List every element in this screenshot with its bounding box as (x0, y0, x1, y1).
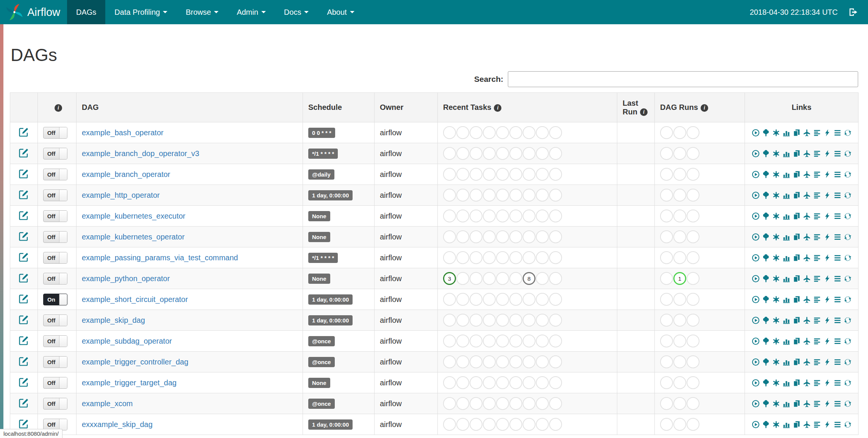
refresh-icon[interactable] (844, 254, 852, 262)
trigger-dag-icon[interactable] (752, 150, 760, 158)
gantt-view-icon[interactable] (813, 337, 821, 345)
gantt-view-icon[interactable] (813, 379, 821, 387)
code-view-icon[interactable] (823, 316, 831, 324)
task-tries-icon[interactable] (793, 171, 801, 178)
dag-link[interactable]: example_python_operator (82, 274, 170, 283)
refresh-icon[interactable] (844, 296, 852, 303)
tasks-duration-icon[interactable] (782, 421, 790, 429)
task-state-circle[interactable]: 8 (523, 272, 535, 285)
logs-icon[interactable] (834, 254, 841, 262)
graph-view-icon[interactable] (772, 379, 780, 387)
landing-times-icon[interactable] (803, 254, 811, 262)
code-view-icon[interactable] (823, 129, 831, 137)
code-view-icon[interactable] (823, 191, 831, 199)
gantt-view-icon[interactable] (813, 212, 821, 220)
dag-run-circle[interactable]: 1 (673, 272, 686, 285)
tree-view-icon[interactable] (762, 421, 770, 429)
edit-dag-icon[interactable] (19, 419, 29, 429)
tasks-duration-icon[interactable] (782, 379, 790, 387)
trigger-dag-icon[interactable] (752, 337, 760, 345)
code-view-icon[interactable] (823, 400, 831, 408)
task-tries-icon[interactable] (793, 191, 801, 199)
graph-view-icon[interactable] (772, 316, 780, 324)
tasks-duration-icon[interactable] (782, 150, 790, 158)
tasks-duration-icon[interactable] (782, 212, 790, 220)
edit-dag-icon[interactable] (19, 127, 29, 137)
dag-link[interactable]: example_skip_dag (82, 316, 145, 324)
logs-icon[interactable] (834, 191, 841, 199)
tasks-duration-icon[interactable] (782, 191, 790, 199)
edit-dag-icon[interactable] (19, 398, 29, 408)
dag-pause-toggle[interactable]: Off (43, 314, 67, 326)
tree-view-icon[interactable] (762, 379, 770, 387)
edit-dag-icon[interactable] (19, 189, 29, 199)
code-view-icon[interactable] (823, 254, 831, 262)
logs-icon[interactable] (834, 171, 841, 178)
gantt-view-icon[interactable] (813, 400, 821, 408)
tree-view-icon[interactable] (762, 275, 770, 283)
trigger-dag-icon[interactable] (752, 191, 760, 199)
landing-times-icon[interactable] (803, 171, 811, 178)
refresh-icon[interactable] (844, 379, 852, 387)
tasks-duration-icon[interactable] (782, 316, 790, 324)
dag-pause-toggle[interactable]: Off (43, 189, 67, 201)
dag-link[interactable]: example_kubernetes_executor (82, 212, 186, 220)
trigger-dag-icon[interactable] (752, 421, 760, 429)
code-view-icon[interactable] (823, 233, 831, 241)
refresh-icon[interactable] (844, 212, 852, 220)
gantt-view-icon[interactable] (813, 171, 821, 178)
trigger-dag-icon[interactable] (752, 171, 760, 178)
landing-times-icon[interactable] (803, 400, 811, 408)
refresh-icon[interactable] (844, 191, 852, 199)
graph-view-icon[interactable] (772, 171, 780, 178)
tasks-duration-icon[interactable] (782, 254, 790, 262)
trigger-dag-icon[interactable] (752, 379, 760, 387)
logs-icon[interactable] (834, 316, 841, 324)
refresh-icon[interactable] (844, 400, 852, 408)
trigger-dag-icon[interactable] (752, 275, 760, 283)
trigger-dag-icon[interactable] (752, 254, 760, 262)
task-tries-icon[interactable] (793, 400, 801, 408)
refresh-icon[interactable] (844, 150, 852, 158)
refresh-icon[interactable] (844, 421, 852, 429)
refresh-icon[interactable] (844, 171, 852, 178)
nav-item-docs[interactable]: Docs (275, 0, 318, 24)
landing-times-icon[interactable] (803, 275, 811, 283)
gantt-view-icon[interactable] (813, 358, 821, 366)
graph-view-icon[interactable] (772, 421, 780, 429)
dag-link[interactable]: example_trigger_controller_dag (82, 358, 188, 366)
code-view-icon[interactable] (823, 275, 831, 283)
code-view-icon[interactable] (823, 150, 831, 158)
task-tries-icon[interactable] (793, 150, 801, 158)
task-tries-icon[interactable] (793, 275, 801, 283)
graph-view-icon[interactable] (772, 191, 780, 199)
code-view-icon[interactable] (823, 296, 831, 303)
logs-icon[interactable] (834, 421, 841, 429)
task-tries-icon[interactable] (793, 358, 801, 366)
dag-pause-toggle[interactable]: Off (43, 398, 67, 410)
code-view-icon[interactable] (823, 379, 831, 387)
graph-view-icon[interactable] (772, 337, 780, 345)
edit-dag-icon[interactable] (19, 148, 29, 158)
graph-view-icon[interactable] (772, 296, 780, 303)
gantt-view-icon[interactable] (813, 254, 821, 262)
trigger-dag-icon[interactable] (752, 129, 760, 137)
logout-icon[interactable] (848, 7, 858, 17)
logs-icon[interactable] (834, 358, 841, 366)
task-tries-icon[interactable] (793, 254, 801, 262)
edit-dag-icon[interactable] (19, 335, 29, 345)
task-tries-icon[interactable] (793, 212, 801, 220)
tree-view-icon[interactable] (762, 316, 770, 324)
dag-pause-toggle[interactable]: Off (43, 169, 67, 180)
landing-times-icon[interactable] (803, 379, 811, 387)
tree-view-icon[interactable] (762, 358, 770, 366)
dag-pause-toggle[interactable]: Off (43, 356, 67, 368)
logs-icon[interactable] (834, 379, 841, 387)
edit-dag-icon[interactable] (19, 273, 29, 283)
code-view-icon[interactable] (823, 337, 831, 345)
dag-link[interactable]: example_trigger_target_dag (82, 379, 176, 387)
nav-item-admin[interactable]: Admin (228, 0, 275, 24)
task-tries-icon[interactable] (793, 233, 801, 241)
graph-view-icon[interactable] (772, 129, 780, 137)
graph-view-icon[interactable] (772, 254, 780, 262)
